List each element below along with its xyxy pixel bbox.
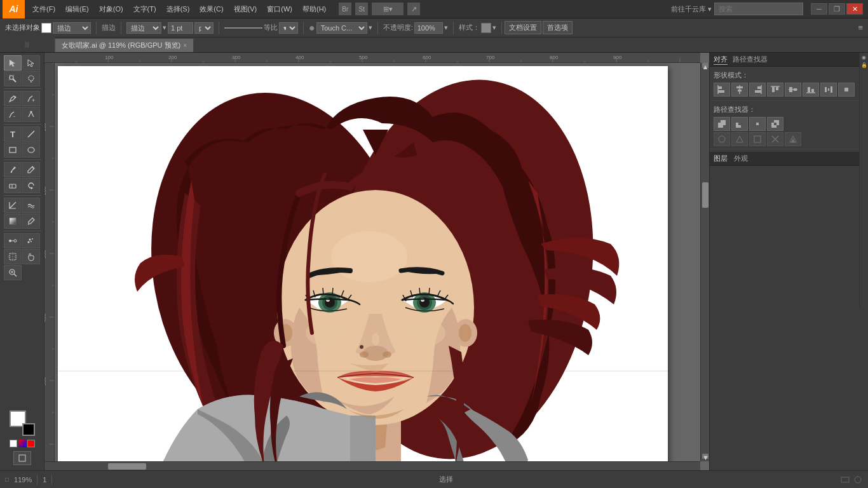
svg-line-102 xyxy=(323,288,323,295)
scroll-thumb-v[interactable] xyxy=(702,182,709,208)
paintbrush-tool[interactable] xyxy=(4,162,22,177)
symbol-sprayer-tool[interactable] xyxy=(22,233,40,248)
status-left[interactable]: □ xyxy=(5,476,9,483)
menu-edit[interactable]: 编辑(E) xyxy=(60,2,94,17)
scroll-up-arrow[interactable]: ▲ xyxy=(702,63,709,68)
pathfinder-unite-btn[interactable] xyxy=(714,117,730,131)
scroll-thumb-h[interactable] xyxy=(108,463,146,470)
menu-help[interactable]: 帮助(H) xyxy=(297,2,331,17)
st-icon[interactable]: St xyxy=(355,3,368,15)
ellipse-tool[interactable] xyxy=(22,142,40,158)
appearance-tab[interactable]: 外观 xyxy=(734,154,748,163)
anchor-point-tool[interactable] xyxy=(22,107,40,122)
menu-type[interactable]: 文字(T) xyxy=(128,2,161,17)
stroke-weight-input[interactable] xyxy=(168,22,193,34)
svg-point-118 xyxy=(383,351,391,358)
preferences-button[interactable]: 首选项 xyxy=(543,21,573,34)
direct-selection-tool[interactable] xyxy=(22,55,40,71)
minimize-button[interactable]: ─ xyxy=(811,3,827,15)
change-screen-mode-btn[interactable] xyxy=(13,451,31,465)
layers-tab[interactable]: 图层 xyxy=(714,154,728,163)
svg-line-17 xyxy=(10,202,16,208)
search-input[interactable] xyxy=(714,3,803,15)
blend-tool[interactable] xyxy=(4,233,22,248)
distribute-2-btn[interactable] xyxy=(838,83,855,97)
tab-close-btn[interactable]: × xyxy=(183,42,187,49)
status-sep-2 xyxy=(51,475,52,485)
style-swatch[interactable] xyxy=(481,23,491,33)
stroke-proportion-dropdown[interactable]: ▾ xyxy=(279,22,298,34)
stroke-unit-dropdown[interactable]: pt xyxy=(194,22,214,34)
kuaijian-icon[interactable]: ↗ xyxy=(407,3,420,15)
opacity-input[interactable] xyxy=(414,22,443,34)
stroke-type-dropdown[interactable]: 描边 xyxy=(53,22,91,34)
svg-rect-143 xyxy=(831,86,832,93)
eraser-tool[interactable] xyxy=(4,178,22,193)
pathfinder-8-btn[interactable] xyxy=(767,132,783,146)
pencil-tool[interactable] xyxy=(22,162,40,177)
reset-colors-btn[interactable] xyxy=(10,440,17,447)
pathfinder-exclude-btn[interactable] xyxy=(767,117,783,131)
menu-view[interactable]: 视图(V) xyxy=(229,2,262,17)
arrange-icon[interactable]: ⊞▾ xyxy=(372,3,403,15)
align-right-btn[interactable] xyxy=(749,83,766,97)
menu-window[interactable]: 窗口(W) xyxy=(262,2,297,17)
pathfinder-tab[interactable]: 路径查找器 xyxy=(733,55,768,65)
pathfinder-5-btn[interactable] xyxy=(714,132,730,146)
zoom-tool[interactable] xyxy=(4,265,22,280)
main-area: + - T xyxy=(0,53,868,470)
pathfinder-9-btn[interactable] xyxy=(785,132,801,146)
none-color-btn[interactable] xyxy=(27,440,35,447)
delete-anchor-tool[interactable]: - xyxy=(4,107,22,122)
selection-tool[interactable] xyxy=(4,55,22,71)
rotate-tool[interactable] xyxy=(22,178,40,193)
br-icon[interactable]: Br xyxy=(339,3,351,15)
line-tool[interactable] xyxy=(22,126,40,142)
scroll-down-arrow[interactable]: ▼ xyxy=(702,454,709,459)
lasso-tool[interactable] xyxy=(22,71,40,86)
background-swatch[interactable] xyxy=(22,423,35,436)
pen-tool[interactable] xyxy=(4,91,22,106)
close-button[interactable]: ✕ xyxy=(846,3,863,15)
gradient-tool[interactable] xyxy=(4,214,22,229)
pathfinder-7-btn[interactable] xyxy=(749,132,766,146)
align-bottom-btn[interactable] xyxy=(803,83,819,97)
menu-file[interactable]: 文件(F) xyxy=(27,2,60,17)
horizontal-scrollbar[interactable] xyxy=(44,461,700,470)
svg-rect-11 xyxy=(10,147,16,152)
stroke-mode-dropdown[interactable]: 描边 xyxy=(126,22,161,34)
toolbar-options-icon[interactable]: ≡ xyxy=(858,23,865,32)
menu-effect[interactable]: 效果(C) xyxy=(194,2,228,17)
distribute-btn[interactable] xyxy=(820,83,837,97)
tool-sep-1 xyxy=(3,88,41,89)
magic-wand-tool[interactable] xyxy=(4,71,22,86)
scale-tool[interactable] xyxy=(4,198,22,213)
align-tab[interactable]: 对齐 xyxy=(714,55,728,65)
align-center-h-btn[interactable] xyxy=(731,83,748,97)
restore-button[interactable]: ❐ xyxy=(829,3,845,15)
pathfinder-minus-btn[interactable] xyxy=(731,117,748,131)
panel-eye-icon[interactable]: ◉ xyxy=(861,54,867,60)
doc-settings-button[interactable]: 文档设置 xyxy=(505,21,541,34)
artboard-tool[interactable] xyxy=(4,249,22,264)
menu-select[interactable]: 选择(S) xyxy=(161,2,195,17)
menu-object[interactable]: 对象(O) xyxy=(94,2,128,17)
align-center-v-btn[interactable] xyxy=(785,83,801,97)
hand-tool[interactable] xyxy=(22,249,40,264)
align-top-btn[interactable] xyxy=(767,83,783,97)
add-anchor-tool[interactable]: + xyxy=(22,91,40,106)
pathfinder-6-btn[interactable] xyxy=(731,132,748,146)
fill-swatch[interactable] xyxy=(41,23,51,33)
rectangle-tool[interactable] xyxy=(4,142,22,158)
vertical-scrollbar[interactable]: ▲ ▼ xyxy=(700,63,709,461)
type-tool[interactable]: T xyxy=(4,126,22,142)
swap-colors-btn[interactable] xyxy=(18,440,26,447)
panel-lock-icon[interactable]: 🔒 xyxy=(861,62,867,68)
warp-tool[interactable] xyxy=(22,198,40,213)
pathfinder-intersect-btn[interactable] xyxy=(749,117,766,131)
align-left-btn[interactable] xyxy=(714,83,730,97)
touch-dropdown[interactable]: Touch C... xyxy=(316,22,367,34)
cloud-link[interactable]: 前往千云库 ▾ xyxy=(671,4,712,14)
document-tab[interactable]: 女歌唱家.ai @ 119% (RGB/GPU 预览) × xyxy=(55,38,194,52)
eyedropper-tool[interactable] xyxy=(22,214,40,229)
